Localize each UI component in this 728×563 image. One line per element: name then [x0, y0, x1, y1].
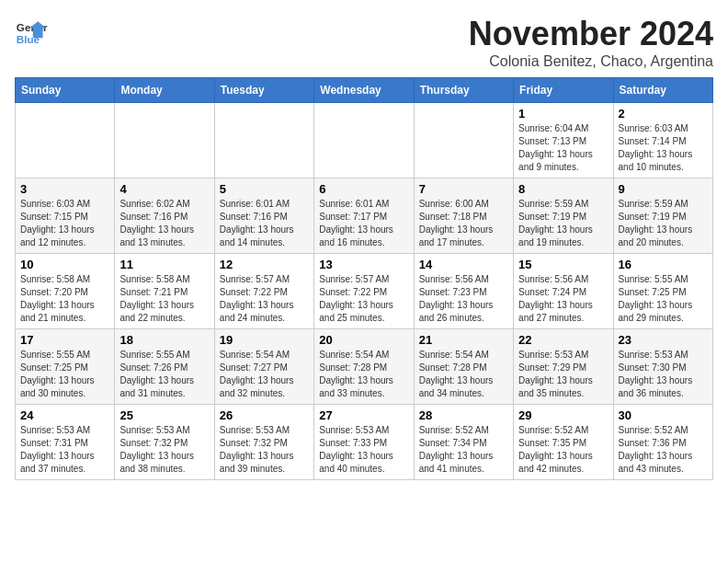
day-number: 2 [619, 107, 708, 121]
calendar-cell: 3Sunrise: 6:03 AM Sunset: 7:15 PM Daylig… [16, 178, 115, 254]
day-number: 8 [518, 182, 608, 196]
day-info: Sunrise: 5:52 AM Sunset: 7:34 PM Dayligh… [419, 424, 508, 476]
day-info: Sunrise: 5:53 AM Sunset: 7:33 PM Dayligh… [319, 424, 408, 476]
weekday-header: Thursday [414, 78, 513, 103]
weekday-header-row: SundayMondayTuesdayWednesdayThursdayFrid… [16, 78, 713, 103]
day-info: Sunrise: 5:54 AM Sunset: 7:28 PM Dayligh… [419, 349, 508, 400]
calendar-cell: 1Sunrise: 6:04 AM Sunset: 7:13 PM Daylig… [514, 103, 613, 178]
day-number: 5 [220, 182, 309, 196]
calendar-cell: 30Sunrise: 5:52 AM Sunset: 7:36 PM Dayli… [613, 405, 712, 480]
calendar-table: SundayMondayTuesdayWednesdayThursdayFrid… [15, 77, 713, 480]
weekday-header: Tuesday [214, 78, 313, 103]
calendar-cell: 19Sunrise: 5:54 AM Sunset: 7:27 PM Dayli… [214, 329, 313, 405]
calendar-cell: 26Sunrise: 5:53 AM Sunset: 7:32 PM Dayli… [214, 405, 313, 480]
day-number: 14 [419, 258, 508, 271]
header: General Blue November 2024 Colonia Benit… [15, 15, 713, 70]
day-number: 23 [619, 333, 708, 347]
weekday-header: Sunday [16, 78, 115, 103]
calendar-week-row: 10Sunrise: 5:58 AM Sunset: 7:20 PM Dayli… [16, 254, 713, 329]
day-number: 9 [619, 182, 708, 196]
calendar-cell: 25Sunrise: 5:53 AM Sunset: 7:32 PM Dayli… [115, 405, 214, 480]
day-info: Sunrise: 5:54 AM Sunset: 7:27 PM Dayligh… [220, 349, 309, 400]
day-number: 10 [20, 258, 109, 271]
day-info: Sunrise: 5:56 AM Sunset: 7:23 PM Dayligh… [419, 273, 508, 325]
calendar-cell: 9Sunrise: 5:59 AM Sunset: 7:19 PM Daylig… [613, 178, 712, 254]
day-number: 20 [319, 333, 408, 347]
day-info: Sunrise: 6:00 AM Sunset: 7:18 PM Dayligh… [419, 198, 508, 249]
day-number: 11 [119, 258, 209, 271]
day-info: Sunrise: 5:53 AM Sunset: 7:32 PM Dayligh… [119, 424, 209, 476]
day-info: Sunrise: 5:58 AM Sunset: 7:21 PM Dayligh… [119, 273, 209, 325]
day-number: 21 [419, 333, 508, 347]
day-number: 19 [220, 333, 309, 347]
day-number: 27 [319, 408, 408, 422]
calendar-cell: 4Sunrise: 6:02 AM Sunset: 7:16 PM Daylig… [115, 178, 214, 254]
weekday-header: Wednesday [314, 78, 414, 103]
logo-icon: General Blue [15, 15, 48, 48]
calendar-cell: 7Sunrise: 6:00 AM Sunset: 7:18 PM Daylig… [414, 178, 513, 254]
calendar-cell [16, 103, 115, 178]
calendar-cell: 16Sunrise: 5:55 AM Sunset: 7:25 PM Dayli… [613, 254, 712, 329]
weekday-header: Friday [514, 78, 613, 103]
calendar-cell: 18Sunrise: 5:55 AM Sunset: 7:26 PM Dayli… [115, 329, 214, 405]
location-title: Colonia Benitez, Chaco, Argentina [469, 53, 713, 70]
calendar-cell: 27Sunrise: 5:53 AM Sunset: 7:33 PM Dayli… [314, 405, 414, 480]
calendar-cell: 2Sunrise: 6:03 AM Sunset: 7:14 PM Daylig… [613, 103, 712, 178]
calendar-cell: 12Sunrise: 5:57 AM Sunset: 7:22 PM Dayli… [214, 254, 313, 329]
day-number: 15 [518, 258, 608, 271]
day-info: Sunrise: 5:59 AM Sunset: 7:19 PM Dayligh… [518, 198, 608, 249]
day-number: 25 [119, 408, 209, 422]
day-number: 18 [119, 333, 209, 347]
day-number: 28 [419, 408, 508, 422]
day-number: 3 [20, 182, 109, 196]
calendar-cell: 17Sunrise: 5:55 AM Sunset: 7:25 PM Dayli… [16, 329, 115, 405]
day-info: Sunrise: 5:57 AM Sunset: 7:22 PM Dayligh… [319, 273, 408, 325]
day-info: Sunrise: 6:01 AM Sunset: 7:16 PM Dayligh… [220, 198, 309, 249]
day-info: Sunrise: 5:56 AM Sunset: 7:24 PM Dayligh… [518, 273, 608, 325]
day-info: Sunrise: 5:53 AM Sunset: 7:32 PM Dayligh… [220, 424, 309, 476]
day-info: Sunrise: 6:03 AM Sunset: 7:14 PM Dayligh… [619, 122, 708, 174]
calendar-cell: 10Sunrise: 5:58 AM Sunset: 7:20 PM Dayli… [16, 254, 115, 329]
day-info: Sunrise: 5:57 AM Sunset: 7:22 PM Dayligh… [220, 273, 309, 325]
calendar-cell: 29Sunrise: 5:52 AM Sunset: 7:35 PM Dayli… [514, 405, 613, 480]
day-info: Sunrise: 6:01 AM Sunset: 7:17 PM Dayligh… [319, 198, 408, 249]
day-number: 16 [619, 258, 708, 271]
calendar-cell: 11Sunrise: 5:58 AM Sunset: 7:21 PM Dayli… [115, 254, 214, 329]
calendar-cell [214, 103, 313, 178]
calendar-cell [414, 103, 513, 178]
day-info: Sunrise: 5:53 AM Sunset: 7:31 PM Dayligh… [20, 424, 109, 476]
weekday-header: Monday [115, 78, 214, 103]
day-number: 26 [220, 408, 309, 422]
calendar-week-row: 1Sunrise: 6:04 AM Sunset: 7:13 PM Daylig… [16, 103, 713, 178]
calendar-cell: 13Sunrise: 5:57 AM Sunset: 7:22 PM Dayli… [314, 254, 414, 329]
day-info: Sunrise: 5:58 AM Sunset: 7:20 PM Dayligh… [20, 273, 109, 325]
day-info: Sunrise: 5:52 AM Sunset: 7:36 PM Dayligh… [619, 424, 708, 476]
calendar-cell: 20Sunrise: 5:54 AM Sunset: 7:28 PM Dayli… [314, 329, 414, 405]
day-number: 17 [20, 333, 109, 347]
calendar-cell [115, 103, 214, 178]
day-info: Sunrise: 5:55 AM Sunset: 7:26 PM Dayligh… [119, 349, 209, 400]
calendar-cell: 5Sunrise: 6:01 AM Sunset: 7:16 PM Daylig… [214, 178, 313, 254]
day-info: Sunrise: 6:04 AM Sunset: 7:13 PM Dayligh… [518, 122, 608, 174]
day-info: Sunrise: 5:53 AM Sunset: 7:30 PM Dayligh… [619, 349, 708, 400]
day-number: 6 [319, 182, 408, 196]
day-info: Sunrise: 6:02 AM Sunset: 7:16 PM Dayligh… [119, 198, 209, 249]
day-number: 1 [518, 107, 608, 121]
calendar-cell: 21Sunrise: 5:54 AM Sunset: 7:28 PM Dayli… [414, 329, 513, 405]
day-info: Sunrise: 6:03 AM Sunset: 7:15 PM Dayligh… [20, 198, 109, 249]
day-info: Sunrise: 5:53 AM Sunset: 7:29 PM Dayligh… [518, 349, 608, 400]
calendar-cell: 15Sunrise: 5:56 AM Sunset: 7:24 PM Dayli… [514, 254, 613, 329]
calendar-cell: 6Sunrise: 6:01 AM Sunset: 7:17 PM Daylig… [314, 178, 414, 254]
weekday-header: Saturday [613, 78, 712, 103]
day-number: 29 [518, 408, 608, 422]
title-area: November 2024 Colonia Benitez, Chaco, Ar… [469, 15, 713, 70]
day-number: 13 [319, 258, 408, 271]
day-number: 24 [20, 408, 109, 422]
calendar-cell [314, 103, 414, 178]
day-number: 4 [119, 182, 209, 196]
calendar-cell: 14Sunrise: 5:56 AM Sunset: 7:23 PM Dayli… [414, 254, 513, 329]
calendar-week-row: 24Sunrise: 5:53 AM Sunset: 7:31 PM Dayli… [16, 405, 713, 480]
calendar-cell: 28Sunrise: 5:52 AM Sunset: 7:34 PM Dayli… [414, 405, 513, 480]
day-info: Sunrise: 5:52 AM Sunset: 7:35 PM Dayligh… [518, 424, 608, 476]
day-info: Sunrise: 5:55 AM Sunset: 7:25 PM Dayligh… [619, 273, 708, 325]
